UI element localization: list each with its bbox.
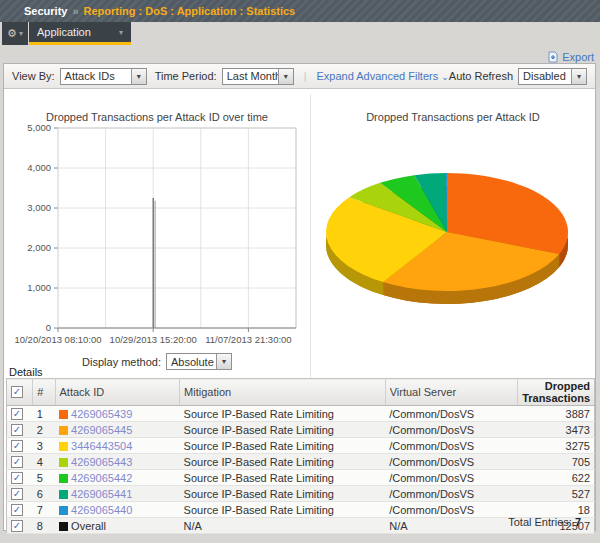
chevron-down-icon: ⌄ bbox=[441, 72, 449, 82]
table-row: ✓4 4269065443Source IP-Based Rate Limiti… bbox=[7, 454, 595, 470]
row-checkbox[interactable]: ✓ bbox=[11, 408, 23, 420]
row-number: 1 bbox=[33, 406, 55, 422]
chevron-down-icon: ▾ bbox=[119, 28, 123, 37]
view-by-label: View By: bbox=[12, 70, 55, 82]
svg-text:11/07/2013 21:30:00: 11/07/2013 21:30:00 bbox=[205, 334, 291, 345]
tab-application[interactable]: Application ▾ bbox=[29, 22, 131, 45]
chevron-down-icon: ▾ bbox=[131, 69, 146, 84]
table-row: ✓5 4269065442Source IP-Based Rate Limiti… bbox=[7, 470, 595, 486]
total-entries: Total Entries: 7 bbox=[508, 516, 581, 528]
row-checkbox[interactable]: ✓ bbox=[11, 488, 23, 500]
series-color-swatch bbox=[59, 410, 68, 419]
display-method-row: Display method: Absolute ▾ bbox=[4, 353, 310, 370]
details-section-label: Details bbox=[9, 366, 43, 378]
series-color-swatch bbox=[59, 474, 68, 483]
row-number: 3 bbox=[33, 438, 55, 454]
application-statistics-screen: Security » Reporting : DoS : Application… bbox=[0, 0, 600, 543]
display-method-value: Absolute bbox=[167, 356, 216, 368]
mitigation-cell: Source IP-Based Rate Limiting bbox=[180, 454, 386, 470]
details-table: ✓#Attack IDMitigationVirtual ServerDropp… bbox=[6, 378, 595, 534]
mitigation-cell: Source IP-Based Rate Limiting bbox=[180, 486, 386, 502]
col-attack-id: Attack ID bbox=[55, 379, 180, 406]
svg-text:10/29/2013 15:20:00: 10/29/2013 15:20:00 bbox=[110, 334, 197, 345]
toolbar-divider: | bbox=[304, 70, 307, 82]
select-all-checkbox[interactable]: ✓ bbox=[11, 386, 23, 398]
total-entries-value: 7 bbox=[575, 516, 581, 528]
time-period-label: Time Period: bbox=[155, 70, 217, 82]
dropped-transactions-cell: 3473 bbox=[518, 422, 595, 438]
series-color-swatch bbox=[59, 458, 68, 467]
display-method-label: Display method: bbox=[82, 356, 161, 368]
virtual-server-cell: /Common/DosVS bbox=[385, 502, 517, 518]
gear-menu-button[interactable]: ⚙ ▾ bbox=[2, 22, 28, 45]
attack-id-link[interactable]: 4269065445 bbox=[71, 424, 132, 436]
svg-text:2,000: 2,000 bbox=[27, 242, 51, 253]
row-checkbox[interactable]: ✓ bbox=[11, 520, 23, 532]
attack-id-link[interactable]: 3446443504 bbox=[71, 440, 132, 452]
row-number: 5 bbox=[33, 470, 55, 486]
tab-application-label: Application bbox=[37, 26, 91, 38]
breadcrumb-path: Reporting : DoS : Application : Statisti… bbox=[84, 5, 296, 17]
virtual-server-cell: /Common/DosVS bbox=[385, 438, 517, 454]
view-by-select[interactable]: Attack IDs ▾ bbox=[60, 68, 147, 85]
expand-advanced-filters-label: Expand Advanced Filters bbox=[317, 70, 439, 82]
virtual-server-cell: /Common/DosVS bbox=[385, 470, 517, 486]
row-checkbox[interactable]: ✓ bbox=[11, 472, 23, 484]
attack-id-link[interactable]: 4269065442 bbox=[71, 472, 132, 484]
export-link[interactable]: Export bbox=[547, 51, 594, 63]
dropped-transactions-cell: 3275 bbox=[518, 438, 595, 454]
attack-id-link[interactable]: 4269065441 bbox=[71, 488, 132, 500]
row-checkbox[interactable]: ✓ bbox=[11, 440, 23, 452]
dropped-transactions-cell: 3887 bbox=[518, 406, 595, 422]
chevron-down-icon: ▾ bbox=[216, 354, 231, 369]
series-color-swatch bbox=[59, 426, 68, 435]
table-row: ✓6 4269065441Source IP-Based Rate Limiti… bbox=[7, 486, 595, 502]
table-row: ✓7 4269065440Source IP-Based Rate Limiti… bbox=[7, 502, 595, 518]
row-number: 7 bbox=[33, 502, 55, 518]
row-checkbox[interactable]: ✓ bbox=[11, 424, 23, 436]
mitigation-cell: Source IP-Based Rate Limiting bbox=[180, 470, 386, 486]
attack-id-link[interactable]: 4269065439 bbox=[71, 408, 132, 420]
expand-advanced-filters-link[interactable]: Expand Advanced Filters ⌄ bbox=[317, 70, 449, 82]
breadcrumb-section: Security bbox=[24, 5, 67, 17]
attack-id-link[interactable]: 4269065440 bbox=[71, 504, 132, 516]
table-row: ✓2 4269065445Source IP-Based Rate Limiti… bbox=[7, 422, 595, 438]
attack-id-link[interactable]: 4269065443 bbox=[71, 456, 132, 468]
row-number: 2 bbox=[33, 422, 55, 438]
col-dropped-transactions: Dropped Transactions bbox=[518, 379, 595, 406]
auto-refresh-label: Auto Refresh bbox=[449, 70, 513, 82]
mitigation-cell: Source IP-Based Rate Limiting bbox=[180, 406, 386, 422]
mitigation-cell: N/A bbox=[180, 518, 386, 534]
row-checkbox[interactable]: ✓ bbox=[11, 456, 23, 468]
breadcrumb: Security » Reporting : DoS : Application… bbox=[0, 0, 600, 22]
breadcrumb-separator-icon: » bbox=[72, 5, 78, 17]
col-virtual-server: Virtual Server bbox=[385, 379, 517, 406]
row-number: 6 bbox=[33, 486, 55, 502]
mitigation-cell: Source IP-Based Rate Limiting bbox=[180, 502, 386, 518]
virtual-server-cell: /Common/DosVS bbox=[385, 406, 517, 422]
dropped-transactions-cell: 622 bbox=[518, 470, 595, 486]
row-number: 8 bbox=[33, 518, 55, 534]
export-label: Export bbox=[562, 51, 594, 63]
table-row: ✓3 3446443504Source IP-Based Rate Limiti… bbox=[7, 438, 595, 454]
display-method-select[interactable]: Absolute ▾ bbox=[166, 353, 232, 370]
overall-label: Overall bbox=[71, 520, 106, 532]
series-color-swatch bbox=[59, 442, 68, 451]
export-icon bbox=[547, 51, 559, 63]
svg-text:5,000: 5,000 bbox=[27, 122, 51, 133]
view-by-value: Attack IDs bbox=[61, 70, 131, 82]
time-period-value: Last Month bbox=[223, 70, 278, 82]
row-checkbox[interactable]: ✓ bbox=[11, 504, 23, 516]
auto-refresh-select[interactable]: Disabled ▾ bbox=[518, 68, 587, 85]
svg-text:1,000: 1,000 bbox=[27, 282, 51, 293]
virtual-server-cell: /Common/DosVS bbox=[385, 486, 517, 502]
svg-text:4,000: 4,000 bbox=[27, 162, 51, 173]
total-entries-label: Total Entries: bbox=[508, 516, 572, 528]
filter-toolbar: View By: Attack IDs ▾ Time Period: Last … bbox=[4, 64, 595, 89]
series-color-swatch bbox=[59, 522, 68, 531]
time-period-select[interactable]: Last Month ▾ bbox=[222, 68, 294, 85]
dropped-transactions-cell: 527 bbox=[518, 486, 595, 502]
virtual-server-cell: /Common/DosVS bbox=[385, 454, 517, 470]
table-row: ✓1 4269065439Source IP-Based Rate Limiti… bbox=[7, 406, 595, 422]
virtual-server-cell: /Common/DosVS bbox=[385, 422, 517, 438]
